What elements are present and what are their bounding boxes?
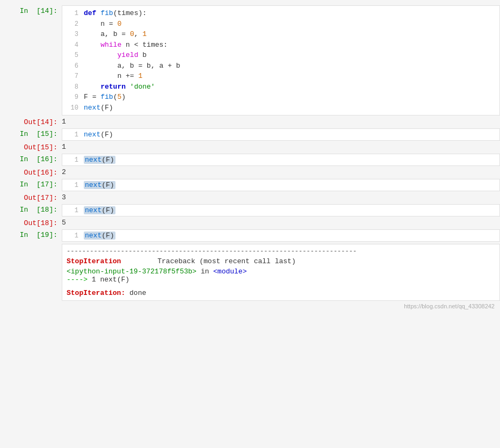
cell-15-output-row: Out[15]: 1 (0, 142, 500, 151)
code-line: 9 F = fib(5) (66, 92, 496, 103)
cell-19: In [19]: 1 next(F) ---------------------… (0, 229, 500, 309)
cell-17-input-row: In [17]: 1 next(F) (0, 179, 500, 191)
watermark: https://blog.csdn.net/qq_43308242 (0, 303, 500, 309)
cell-17-in-label: In [17]: (0, 179, 62, 189)
cell-17-out-label: Out[17]: (0, 192, 62, 202)
cell-19-error-row: ----------------------------------------… (0, 244, 500, 301)
code-line: 1 def fib(times): (66, 8, 496, 19)
cell-18: In [18]: 1 next(F) Out[18]: 5 (0, 204, 500, 227)
code-line: 6 a, b = b, a + b (66, 61, 496, 71)
cell-18-input-row: In [18]: 1 next(F) (0, 204, 500, 216)
code-line: 2 n = 0 (66, 19, 496, 30)
cell-17-output-row: Out[17]: 3 (0, 192, 500, 202)
cell-19-input-row: In [19]: 1 next(F) (0, 229, 500, 242)
cell-16: In [16]: 1 next(F) Out[16]: 2 (0, 154, 500, 177)
traceback-label: Traceback (most recent call last) (157, 257, 295, 265)
error-module: <module> (213, 268, 247, 276)
code-line: 4 while n < times: (66, 40, 496, 50)
cell-18-output-row: Out[18]: 5 (0, 218, 500, 227)
code-line: 7 n += 1 (66, 71, 496, 82)
cell-17: In [17]: 1 next(F) Out[17]: 3 (0, 179, 500, 202)
cell-18-out-label: Out[18]: (0, 218, 62, 227)
notebook: In [14]: 1 def fib(times): 2 n = 0 3 a, … (0, 0, 500, 317)
cell-19-error-block: ----------------------------------------… (62, 244, 500, 301)
cell-15-out-value: 1 (62, 142, 66, 151)
cell-17-out-value: 3 (62, 192, 66, 201)
code-line: 3 a, b = 0, 1 (66, 29, 496, 40)
cell-15-code[interactable]: 1 next(F) (62, 128, 500, 141)
cell-18-in-label: In [18]: (0, 204, 62, 214)
cell-15-out-label: Out[15]: (0, 142, 62, 151)
cell-16-out-label: Out[16]: (0, 167, 62, 177)
cell-16-out-value: 2 (62, 167, 66, 176)
code-line: 8 return 'done' (66, 82, 496, 92)
code-line: 5 yield b (66, 50, 496, 61)
cell-15-in-label: In [15]: (0, 128, 62, 138)
cell-16-input-row: In [16]: 1 next(F) (0, 154, 500, 166)
cell-18-code[interactable]: 1 next(F) (62, 204, 500, 216)
error-final: StopIteration: done (67, 289, 495, 297)
cell-16-output-row: Out[16]: 2 (0, 167, 500, 177)
error-file-line: <ipython-input-19-372178f5f53b> in <modu… (67, 268, 495, 276)
cell-16-code[interactable]: 1 next(F) (62, 154, 500, 166)
cell-14-code[interactable]: 1 def fib(times): 2 n = 0 3 a, b = 0, 1 … (62, 5, 500, 115)
cell-15-input-row: In [15]: 1 next(F) (0, 128, 500, 141)
cell-19-error-indent (0, 244, 62, 245)
error-arrow: ----> (67, 276, 88, 284)
error-title-row: StopIteration Traceback (most recent cal… (67, 257, 495, 265)
error-arrow-line: ----> 1 next(F) (67, 276, 495, 284)
error-file: <ipython-input-19-372178f5f53b> (67, 268, 197, 276)
cell-19-code[interactable]: 1 next(F) (62, 229, 500, 242)
cell-18-out-value: 5 (62, 218, 66, 227)
cell-19-in-label: In [19]: (0, 229, 62, 239)
cell-14-output-row: Out[14]: 1 (0, 117, 500, 126)
error-separator: ----------------------------------------… (67, 248, 495, 255)
code-line: 10 next(F) (66, 103, 496, 113)
error-title: StopIteration (67, 257, 121, 265)
cell-14-input-row: In [14]: 1 def fib(times): 2 n = 0 3 a, … (0, 5, 500, 115)
cell-14-out-label: Out[14]: (0, 117, 62, 126)
cell-15: In [15]: 1 next(F) Out[15]: 1 (0, 128, 500, 151)
cell-17-code[interactable]: 1 next(F) (62, 179, 500, 191)
cell-14-out-value: 1 (62, 117, 66, 126)
cell-14: In [14]: 1 def fib(times): 2 n = 0 3 a, … (0, 5, 500, 126)
cell-16-in-label: In [16]: (0, 154, 62, 163)
cell-14-in-label: In [14]: (0, 5, 62, 15)
